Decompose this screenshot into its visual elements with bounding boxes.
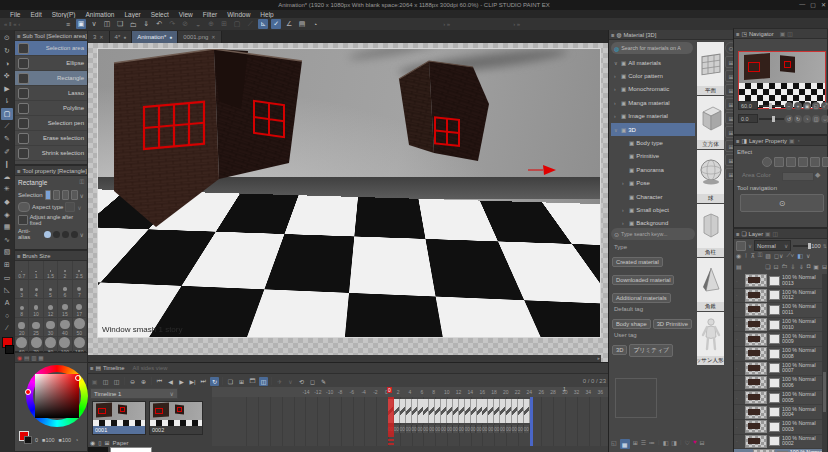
thumbnail-grid-icon[interactable]: ▦ (620, 439, 630, 449)
tag-user[interactable]: 3D (612, 345, 627, 355)
lock-icon[interactable]: ⚿ (79, 179, 84, 186)
selection-subtract-icon[interactable] (62, 190, 69, 200)
rotate-slider[interactable] (759, 118, 784, 120)
playhead[interactable] (388, 397, 394, 435)
snap-special-ruler-icon[interactable]: ✓ (271, 19, 281, 29)
thumbnail-small-icon[interactable]: ◱ (611, 439, 617, 449)
effect-border-icon[interactable] (762, 157, 772, 167)
subtool-item-selection-pen[interactable]: Selection pen (15, 116, 87, 131)
save-file-icon[interactable]: ⇓ (141, 19, 151, 29)
lock-alpha-icon[interactable]: ▨ (765, 252, 771, 259)
layer-eye-icon[interactable]: · (736, 409, 743, 415)
effect-reference-icon[interactable] (822, 157, 828, 167)
maximize-icon[interactable]: ▢ (810, 1, 816, 8)
opacity-value[interactable]: 100 (811, 243, 821, 249)
material-item-figure[interactable]: 3Dデッサン人形-Ver.2 (697, 312, 724, 365)
show-menu-icon[interactable]: ◫ (101, 377, 110, 386)
timeline-track-select[interactable]: Timeline 1∨ (90, 388, 178, 399)
rotate-reset-icon[interactable]: ◔ (803, 115, 811, 123)
layer-eye-icon[interactable]: · (736, 380, 743, 386)
material-tree-small-object[interactable]: ›▣Small object (611, 203, 695, 216)
zoom-tool-icon[interactable]: ⊙ (1, 32, 13, 45)
tree-arrow-icon[interactable]: › (622, 220, 627, 226)
new-layer-icon[interactable]: ❏ (765, 263, 770, 270)
tag-downloaded-material[interactable]: Downloaded material (612, 275, 674, 285)
brush-size-cell[interactable]: 17 (73, 299, 87, 318)
favorite-icon[interactable]: ♡ (685, 439, 690, 449)
zoom-out-timeline-icon[interactable]: ⊖ (128, 377, 137, 386)
aspect-option-icon[interactable] (65, 202, 75, 212)
chevron-down-icon[interactable]: ∨ (77, 204, 81, 211)
layer-eye-icon[interactable]: · (736, 307, 743, 313)
tool-navigation-button[interactable]: ⊙ (740, 194, 824, 212)
clip-studio-icon[interactable]: ▣ (76, 19, 86, 29)
frame-border-tool-icon[interactable]: ⊞ (1, 259, 13, 272)
merge-icon[interactable]: ⇓ (799, 263, 804, 270)
prev-frame-icon[interactable]: ◀ (166, 377, 175, 386)
cel-settings-icon[interactable]: ⊞ (237, 377, 246, 386)
subtool-item-selection-area[interactable]: Selection area (15, 41, 87, 56)
layer-row-0003[interactable]: ·100 % Normal0003 (734, 420, 823, 435)
layer-eye-icon[interactable]: · (736, 395, 743, 401)
panel-menu-icon[interactable]: ≡ (736, 138, 739, 144)
transfer-icon[interactable]: ⇩ (791, 263, 796, 270)
ruler-tool-icon[interactable]: ◺ (1, 284, 13, 297)
brush-size-cell[interactable]: 25 (29, 318, 43, 337)
invert-selection-icon[interactable]: ◒ (193, 19, 203, 29)
brush-size-cell[interactable]: 40 (58, 318, 72, 337)
chevron-down-icon[interactable]: ∨ (80, 192, 84, 199)
crop-icon[interactable]: ⊞ (219, 19, 229, 29)
subtool-item-erase-selection[interactable]: Erase selection (15, 131, 87, 146)
flip-horizontal-icon[interactable]: ◫ (812, 115, 820, 123)
manage-work-icon[interactable]: ◫ (102, 19, 112, 29)
decoration-tool-icon[interactable]: ✳ (1, 183, 13, 196)
undo-icon[interactable]: ↶ (154, 19, 164, 29)
canvas-tab-3[interactable]: 3✕ (88, 31, 110, 43)
eye-icon[interactable]: ◉ (90, 439, 95, 446)
tag-user[interactable]: プリミティブ (629, 344, 673, 357)
tree-arrow-icon[interactable]: › (614, 113, 619, 119)
ghost-tab[interactable]: All sides view (133, 365, 168, 371)
next-frame-icon[interactable]: ▶| (188, 377, 197, 386)
brush-size-cell[interactable]: 1 (29, 261, 43, 280)
camera-icon[interactable]: ✈ (275, 377, 284, 386)
brush-size-cell[interactable]: 6 (58, 280, 72, 299)
pen-tool-icon[interactable]: ✐ (1, 145, 13, 158)
sub-color-swatch[interactable] (5, 345, 14, 354)
color-settings-icon[interactable]: ◔ (75, 437, 78, 443)
layer-row-0009[interactable]: ·100 % Normal0009 (734, 332, 823, 347)
line-tool-icon[interactable]: ∕ (1, 322, 13, 335)
layer-eye-icon[interactable]: · (736, 336, 743, 342)
layer-eye-icon[interactable]: · (736, 424, 743, 430)
new-document-icon[interactable]: ❏ (115, 19, 125, 29)
mask-create-icon[interactable]: ◘ (807, 263, 811, 270)
list-view-icon[interactable]: ☰ (641, 439, 646, 449)
brush-size-cell[interactable]: 3 (15, 280, 29, 299)
snap-to-ruler-icon[interactable]: ⊾ (258, 19, 268, 29)
rotate-right-icon[interactable]: ↻ (794, 115, 802, 123)
go-end-icon[interactable]: ⏭ (199, 377, 208, 386)
keyword-search-box[interactable]: ⊙ Type search keyw... (611, 228, 695, 240)
text-tool-icon[interactable]: A (1, 296, 13, 309)
material-tree-image-material[interactable]: ›▣Image material (611, 110, 695, 123)
menu-select[interactable]: Select (151, 11, 169, 18)
material-header[interactable]: ≡ ◍ Material [3D] (609, 30, 733, 40)
tag-additional-materials[interactable]: Additional materials (612, 293, 671, 303)
mask-icon[interactable]: ◻∨ (774, 252, 783, 259)
brush-size-cell[interactable]: 1.5 (44, 261, 58, 280)
subtool-item-lasso[interactable]: Lasso (15, 86, 87, 101)
layer-row-0004[interactable]: ·100 % Normal0004 (734, 405, 823, 420)
zoom-in-icon[interactable]: + (794, 102, 802, 110)
timeline-cel-0002[interactable]: 0002 (149, 401, 203, 435)
adjust-angle-checkbox[interactable] (18, 215, 28, 225)
material-tree-body-type[interactable]: ▣Body type (611, 136, 695, 149)
selection-multiply-icon[interactable] (71, 190, 78, 200)
effect-tone-icon[interactable] (786, 157, 796, 167)
mark-icon[interactable]: ◻ (308, 377, 317, 386)
setas-icon[interactable]: ⊼ (750, 252, 754, 259)
subview-tab-icon[interactable]: ▣ (780, 31, 785, 37)
menu-storyp[interactable]: Story(P) (52, 11, 76, 18)
panel-menu-icon[interactable]: ≡ (17, 33, 20, 39)
opacity-slider[interactable] (793, 245, 809, 247)
onion-skin-icon[interactable]: ◫ (259, 377, 268, 386)
